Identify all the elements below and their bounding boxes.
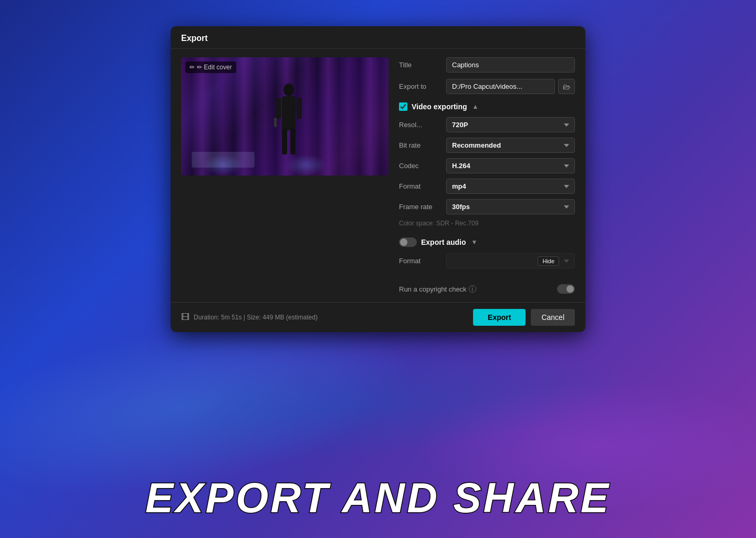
bit-rate-select[interactable]: Recommended Low High [446, 138, 575, 153]
edit-cover-label: ✏ Edit cover [197, 64, 232, 71]
svg-rect-4 [276, 98, 281, 119]
export-path-group: 🗁 [446, 79, 575, 94]
audio-format-select[interactable] [446, 253, 575, 268]
svg-rect-3 [290, 128, 296, 154]
video-exporting-checkbox[interactable] [399, 102, 407, 111]
video-exporting-header: Video exporting ▲ [399, 102, 575, 111]
video-exporting-arrow[interactable]: ▲ [472, 103, 479, 110]
copyright-text: Run a copyright check [399, 285, 467, 293]
export-audio-section: Export audio ▼ Format Hide [399, 235, 575, 274]
format-row: Format mp4 mov avi [399, 179, 575, 194]
folder-browse-button[interactable]: 🗁 [558, 79, 575, 94]
settings-area: Title Export to 🗁 Video exporting ▲ [399, 57, 575, 294]
footer-buttons: Export Cancel [473, 309, 575, 326]
person-silhouette [270, 82, 307, 166]
info-icon[interactable]: i [469, 285, 476, 293]
copyright-toggle-knob [566, 285, 574, 293]
export-audio-arrow[interactable]: ▼ [471, 239, 478, 246]
footer-duration-size: Duration: 5m 51s | Size: 449 MB (estimat… [194, 314, 318, 321]
bit-rate-row: Bit rate Recommended Low High [399, 138, 575, 153]
cancel-button[interactable]: Cancel [531, 309, 575, 326]
title-label: Title [399, 61, 446, 69]
bottom-title: EXPORT AND SHARE [0, 474, 756, 522]
color-space-text: Color space: SDR - Rec.709 [399, 220, 575, 227]
footer-info: 🎞 Duration: 5m 51s | Size: 449 MB (estim… [181, 313, 318, 322]
resolution-row: Resol... 720P 1080P 4K [399, 117, 575, 132]
dialog-body: ✏ ✏ Edit cover Title Export to 🗁 [171, 49, 585, 302]
codec-label: Codec [399, 162, 446, 170]
video-exporting-title: Video exporting [412, 102, 467, 111]
stage-lights [192, 152, 255, 168]
copyright-toggle[interactable] [557, 284, 575, 294]
export-audio-toggle[interactable] [399, 237, 417, 247]
frame-rate-label: Frame rate [399, 203, 446, 211]
folder-icon: 🗁 [563, 82, 570, 91]
svg-rect-6 [274, 118, 277, 127]
svg-rect-1 [282, 96, 296, 130]
dialog-footer: 🎞 Duration: 5m 51s | Size: 449 MB (estim… [171, 302, 585, 332]
video-background [181, 57, 388, 175]
svg-point-0 [284, 84, 294, 96]
bit-rate-label: Bit rate [399, 141, 446, 149]
resolution-label: Resol... [399, 121, 446, 129]
codec-select[interactable]: H.264 H.265 ProRes [446, 158, 575, 173]
pencil-icon: ✏ [190, 64, 195, 71]
audio-format-row: Format Hide [399, 253, 575, 268]
copyright-row: Run a copyright check i [399, 279, 575, 294]
export-audio-title: Export audio [421, 238, 466, 246]
export-button[interactable]: Export [473, 309, 526, 326]
preview-area: ✏ ✏ Edit cover [181, 57, 388, 294]
export-dialog: Export [171, 26, 585, 332]
dialog-header: Export [171, 26, 585, 49]
title-input[interactable] [446, 57, 575, 73]
frame-rate-row: Frame rate 30fps 24fps 60fps [399, 199, 575, 214]
format-label: Format [399, 182, 446, 190]
export-path-input[interactable] [446, 79, 555, 94]
dialog-title: Export [181, 34, 208, 43]
toggle-knob [400, 239, 407, 246]
svg-rect-5 [297, 98, 302, 119]
export-audio-header: Export audio ▼ [399, 237, 575, 247]
audio-format-label: Format [399, 257, 446, 265]
film-icon: 🎞 [181, 313, 190, 322]
title-row: Title [399, 57, 575, 73]
video-preview: ✏ ✏ Edit cover [181, 57, 388, 175]
codec-row: Codec H.264 H.265 ProRes [399, 158, 575, 173]
frame-rate-select[interactable]: 30fps 24fps 60fps [446, 199, 575, 214]
resolution-select[interactable]: 720P 1080P 4K [446, 117, 575, 132]
export-to-label: Export to [399, 82, 446, 90]
copyright-label: Run a copyright check i [399, 285, 476, 293]
edit-cover-button[interactable]: ✏ ✏ Edit cover [185, 61, 236, 73]
svg-rect-2 [282, 128, 287, 154]
format-select[interactable]: mp4 mov avi [446, 179, 575, 194]
export-to-row: Export to 🗁 [399, 79, 575, 94]
